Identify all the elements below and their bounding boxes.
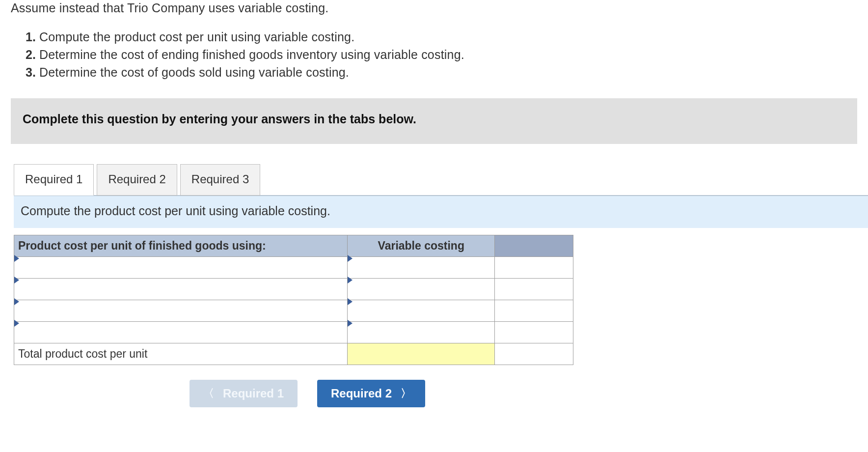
- cost-item-input[interactable]: [14, 322, 348, 343]
- cost-item-input[interactable]: [14, 279, 348, 300]
- col-header-label: Product cost per unit of finished goods …: [14, 235, 348, 257]
- blank-cell: [495, 343, 573, 365]
- table-row: [14, 257, 573, 279]
- col-header-costing: Variable costing: [348, 235, 495, 257]
- prev-button-label: Required 1: [223, 387, 284, 400]
- requirement-text: Compute the product cost per unit using …: [39, 30, 354, 44]
- requirement-text: Determine the cost of ending finished go…: [39, 48, 464, 61]
- cell-marker-icon: [14, 320, 19, 327]
- blank-cell: [495, 279, 573, 300]
- cost-value-input[interactable]: [348, 279, 495, 300]
- worksheet-table: Product cost per unit of finished goods …: [14, 235, 573, 365]
- cell-marker-icon: [14, 277, 19, 283]
- next-button[interactable]: Required 2 〉: [317, 380, 425, 407]
- cell-marker-icon: [348, 255, 353, 262]
- cost-value-input[interactable]: [348, 300, 495, 322]
- instruction-bar: Complete this question by entering your …: [11, 98, 857, 144]
- intro-lead: Assume instead that Trio Company uses va…: [11, 1, 857, 15]
- tabs-row: Required 1 Required 2 Required 3: [14, 164, 868, 195]
- cell-marker-icon: [348, 320, 353, 327]
- blank-cell: [495, 322, 573, 343]
- cell-marker-icon: [14, 255, 19, 262]
- requirement-text: Determine the cost of goods sold using v…: [39, 65, 349, 79]
- table-row: [14, 300, 573, 322]
- chevron-right-icon: 〉: [401, 388, 411, 399]
- tab-required-1[interactable]: Required 1: [14, 164, 94, 196]
- requirement-item: 2.Determine the cost of ending finished …: [26, 47, 857, 63]
- tab-required-3[interactable]: Required 3: [180, 164, 260, 196]
- tab-required-2[interactable]: Required 2: [97, 164, 177, 196]
- tab-prompt: Compute the product cost per unit using …: [14, 195, 868, 228]
- blank-cell: [495, 300, 573, 322]
- col-header-blank: [495, 235, 573, 257]
- table-row: [14, 322, 573, 343]
- prev-button[interactable]: 〈 Required 1: [190, 380, 298, 407]
- table-row: [14, 279, 573, 300]
- next-button-label: Required 2: [331, 387, 392, 400]
- total-value-cell[interactable]: [348, 343, 495, 365]
- cost-item-input[interactable]: [14, 300, 348, 322]
- table-total-row: Total product cost per unit: [14, 343, 573, 365]
- cell-marker-icon: [14, 298, 19, 305]
- blank-cell: [495, 257, 573, 279]
- total-label: Total product cost per unit: [14, 343, 348, 365]
- nav-row: 〈 Required 1 Required 2 〉: [27, 380, 587, 407]
- cost-item-input[interactable]: [14, 257, 348, 279]
- requirement-item: 1.Compute the product cost per unit usin…: [26, 29, 857, 46]
- cost-value-input[interactable]: [348, 257, 495, 279]
- cell-marker-icon: [348, 298, 353, 305]
- requirement-item: 3.Determine the cost of goods sold using…: [26, 64, 857, 81]
- chevron-left-icon: 〈: [203, 388, 214, 399]
- cost-value-input[interactable]: [348, 322, 495, 343]
- requirements-list: 1.Compute the product cost per unit usin…: [26, 29, 857, 81]
- cell-marker-icon: [348, 277, 353, 283]
